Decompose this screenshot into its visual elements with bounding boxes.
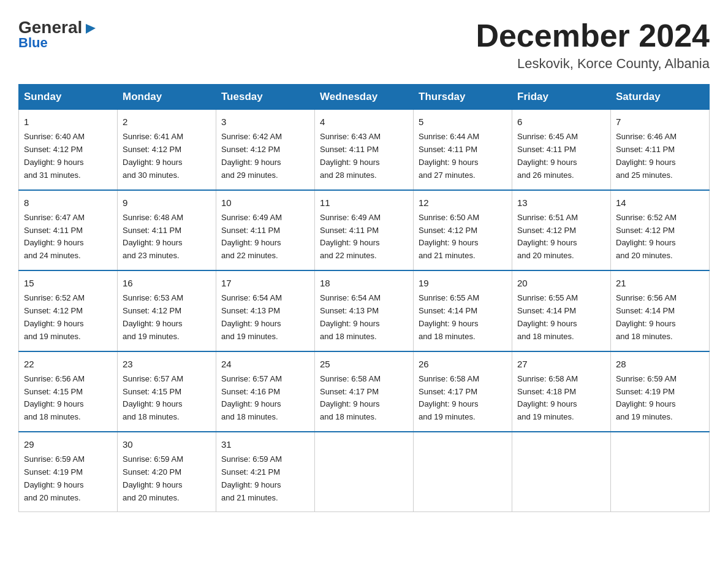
day-number: 17 (221, 276, 309, 290)
day-info: Sunrise: 6:44 AM Sunset: 4:11 PM Dayligh… (419, 131, 507, 182)
header-tuesday: Tuesday (216, 85, 315, 110)
day-info: Sunrise: 6:49 AM Sunset: 4:11 PM Dayligh… (221, 212, 309, 262)
day-info: Sunrise: 6:58 AM Sunset: 4:17 PM Dayligh… (419, 373, 507, 424)
day-info: Sunrise: 6:49 AM Sunset: 4:11 PM Dayligh… (320, 212, 408, 262)
day-info: Sunrise: 6:54 AM Sunset: 4:13 PM Dayligh… (221, 292, 309, 343)
calendar-cell: 12Sunrise: 6:50 AM Sunset: 4:12 PM Dayli… (414, 190, 512, 270)
day-number: 27 (517, 357, 605, 371)
svg-marker-0 (86, 24, 96, 34)
day-number: 14 (616, 196, 704, 210)
day-info: Sunrise: 6:50 AM Sunset: 4:12 PM Dayligh… (419, 212, 507, 262)
day-info: Sunrise: 6:55 AM Sunset: 4:14 PM Dayligh… (517, 292, 605, 343)
day-number: 11 (320, 196, 408, 210)
day-number: 19 (419, 276, 507, 290)
day-number: 25 (320, 357, 408, 371)
calendar-cell: 11Sunrise: 6:49 AM Sunset: 4:11 PM Dayli… (315, 190, 414, 270)
day-number: 22 (24, 357, 112, 371)
calendar-cell: 9Sunrise: 6:48 AM Sunset: 4:11 PM Daylig… (118, 190, 216, 270)
calendar-cell: 30Sunrise: 6:59 AM Sunset: 4:20 PM Dayli… (118, 432, 216, 512)
day-info: Sunrise: 6:56 AM Sunset: 4:15 PM Dayligh… (24, 373, 112, 424)
header-monday: Monday (118, 85, 216, 110)
day-number: 4 (320, 115, 408, 129)
day-info: Sunrise: 6:42 AM Sunset: 4:12 PM Dayligh… (221, 131, 309, 182)
day-number: 23 (123, 357, 211, 371)
calendar-cell: 21Sunrise: 6:56 AM Sunset: 4:14 PM Dayli… (611, 270, 710, 351)
logo: General Blue (18, 18, 97, 51)
day-info: Sunrise: 6:52 AM Sunset: 4:12 PM Dayligh… (24, 292, 112, 343)
header-saturday: Saturday (611, 85, 710, 110)
day-info: Sunrise: 6:48 AM Sunset: 4:11 PM Dayligh… (123, 212, 211, 262)
calendar-cell (315, 432, 414, 512)
day-info: Sunrise: 6:56 AM Sunset: 4:14 PM Dayligh… (616, 292, 704, 343)
calendar-header-row: SundayMondayTuesdayWednesdayThursdayFrid… (19, 85, 710, 110)
day-number: 7 (616, 115, 704, 129)
day-number: 9 (123, 196, 211, 210)
day-number: 24 (221, 357, 309, 371)
calendar-cell: 31Sunrise: 6:59 AM Sunset: 4:21 PM Dayli… (216, 432, 315, 512)
calendar-cell: 8Sunrise: 6:47 AM Sunset: 4:11 PM Daylig… (19, 190, 118, 270)
day-info: Sunrise: 6:41 AM Sunset: 4:12 PM Dayligh… (123, 131, 211, 182)
calendar-cell: 1Sunrise: 6:40 AM Sunset: 4:12 PM Daylig… (19, 110, 118, 190)
day-info: Sunrise: 6:53 AM Sunset: 4:12 PM Dayligh… (123, 292, 211, 343)
calendar-cell: 29Sunrise: 6:59 AM Sunset: 4:19 PM Dayli… (19, 432, 118, 512)
calendar-cell: 15Sunrise: 6:52 AM Sunset: 4:12 PM Dayli… (19, 270, 118, 351)
calendar-cell: 4Sunrise: 6:43 AM Sunset: 4:11 PM Daylig… (315, 110, 414, 190)
calendar-cell: 3Sunrise: 6:42 AM Sunset: 4:12 PM Daylig… (216, 110, 315, 190)
header-thursday: Thursday (414, 85, 512, 110)
day-info: Sunrise: 6:45 AM Sunset: 4:11 PM Dayligh… (517, 131, 605, 182)
day-number: 13 (517, 196, 605, 210)
day-number: 29 (24, 437, 112, 451)
calendar-week-row: 22Sunrise: 6:56 AM Sunset: 4:15 PM Dayli… (19, 351, 710, 432)
header-wednesday: Wednesday (315, 85, 414, 110)
calendar-cell (611, 432, 710, 512)
calendar-week-row: 29Sunrise: 6:59 AM Sunset: 4:19 PM Dayli… (19, 432, 710, 512)
day-info: Sunrise: 6:59 AM Sunset: 4:19 PM Dayligh… (24, 453, 112, 504)
day-number: 31 (221, 437, 309, 451)
calendar-cell: 7Sunrise: 6:46 AM Sunset: 4:11 PM Daylig… (611, 110, 710, 190)
header-sunday: Sunday (19, 85, 118, 110)
logo-triangle-icon (83, 21, 97, 35)
day-number: 21 (616, 276, 704, 290)
calendar-cell: 25Sunrise: 6:58 AM Sunset: 4:17 PM Dayli… (315, 351, 414, 432)
calendar-cell: 17Sunrise: 6:54 AM Sunset: 4:13 PM Dayli… (216, 270, 315, 351)
day-info: Sunrise: 6:46 AM Sunset: 4:11 PM Dayligh… (616, 131, 704, 182)
day-info: Sunrise: 6:55 AM Sunset: 4:14 PM Dayligh… (419, 292, 507, 343)
day-number: 12 (419, 196, 507, 210)
day-number: 18 (320, 276, 408, 290)
calendar-week-row: 15Sunrise: 6:52 AM Sunset: 4:12 PM Dayli… (19, 270, 710, 351)
calendar-cell: 6Sunrise: 6:45 AM Sunset: 4:11 PM Daylig… (512, 110, 611, 190)
calendar-cell: 18Sunrise: 6:54 AM Sunset: 4:13 PM Dayli… (315, 270, 414, 351)
day-info: Sunrise: 6:54 AM Sunset: 4:13 PM Dayligh… (320, 292, 408, 343)
day-number: 3 (221, 115, 309, 129)
day-number: 30 (123, 437, 211, 451)
day-info: Sunrise: 6:59 AM Sunset: 4:19 PM Dayligh… (616, 373, 704, 424)
header-friday: Friday (512, 85, 611, 110)
calendar-cell: 22Sunrise: 6:56 AM Sunset: 4:15 PM Dayli… (19, 351, 118, 432)
day-number: 8 (24, 196, 112, 210)
page-header: General Blue December 2024 Leskovik, Kor… (18, 18, 710, 72)
calendar-cell: 16Sunrise: 6:53 AM Sunset: 4:12 PM Dayli… (118, 270, 216, 351)
day-number: 1 (24, 115, 112, 129)
calendar-title: December 2024 (476, 18, 710, 53)
day-number: 20 (517, 276, 605, 290)
day-info: Sunrise: 6:58 AM Sunset: 4:18 PM Dayligh… (517, 373, 605, 424)
calendar-cell: 14Sunrise: 6:52 AM Sunset: 4:12 PM Dayli… (611, 190, 710, 270)
day-info: Sunrise: 6:57 AM Sunset: 4:16 PM Dayligh… (221, 373, 309, 424)
calendar-cell: 5Sunrise: 6:44 AM Sunset: 4:11 PM Daylig… (414, 110, 512, 190)
calendar-week-row: 8Sunrise: 6:47 AM Sunset: 4:11 PM Daylig… (19, 190, 710, 270)
calendar-cell: 20Sunrise: 6:55 AM Sunset: 4:14 PM Dayli… (512, 270, 611, 351)
calendar-cell: 27Sunrise: 6:58 AM Sunset: 4:18 PM Dayli… (512, 351, 611, 432)
day-info: Sunrise: 6:52 AM Sunset: 4:12 PM Dayligh… (616, 212, 704, 262)
calendar-cell: 28Sunrise: 6:59 AM Sunset: 4:19 PM Dayli… (611, 351, 710, 432)
day-info: Sunrise: 6:40 AM Sunset: 4:12 PM Dayligh… (24, 131, 112, 182)
calendar-week-row: 1Sunrise: 6:40 AM Sunset: 4:12 PM Daylig… (19, 110, 710, 190)
calendar-table: SundayMondayTuesdayWednesdayThursdayFrid… (18, 84, 710, 512)
calendar-cell: 23Sunrise: 6:57 AM Sunset: 4:15 PM Dayli… (118, 351, 216, 432)
day-number: 15 (24, 276, 112, 290)
calendar-cell: 13Sunrise: 6:51 AM Sunset: 4:12 PM Dayli… (512, 190, 611, 270)
calendar-subtitle: Leskovik, Korce County, Albania (476, 56, 710, 72)
calendar-cell (512, 432, 611, 512)
title-area: December 2024 Leskovik, Korce County, Al… (476, 18, 710, 72)
calendar-cell: 19Sunrise: 6:55 AM Sunset: 4:14 PM Dayli… (414, 270, 512, 351)
day-number: 6 (517, 115, 605, 129)
